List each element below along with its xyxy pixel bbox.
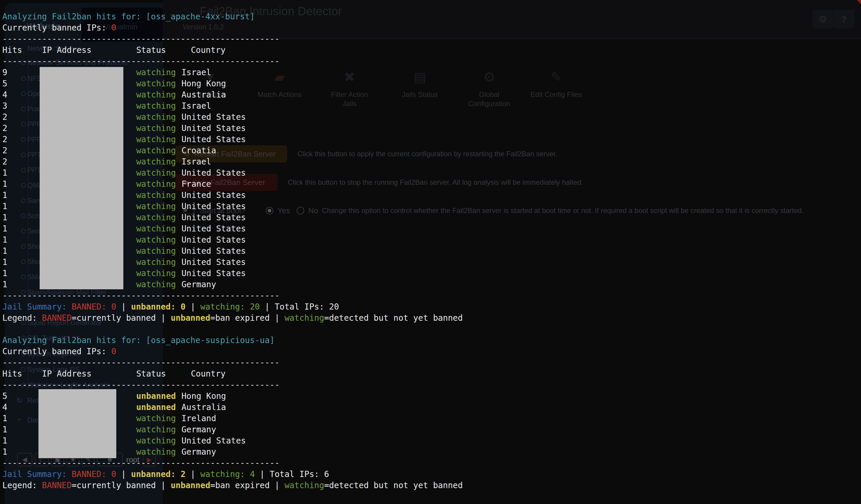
analyzing-line: Analyzing Fail2ban hits for: [oss_apache… [2,12,255,22]
summary-unbanned: unbanned: 2 [131,469,185,479]
row-hits: 1 [2,246,7,257]
legend-unbanned-desc: =ban expired | [210,313,285,323]
table-row: 1watchingUnited States [2,234,861,246]
row-status: watching [136,179,176,190]
col-header-status: Status [136,368,166,380]
terminal-line: ----------------------------------------… [2,458,861,469]
banned-count-value: 0 [111,346,116,356]
analyzing-line: Analyzing Fail2ban hits for: [oss_apache… [2,336,275,345]
legend-banned-term: BANNED [42,480,72,490]
legend-watching-desc: =detected but not yet banned [324,480,463,490]
row-hits: 2 [2,145,7,156]
row-country: Australia [181,89,226,100]
row-hits: 1 [2,279,7,290]
summary-banned: BANNED: 0 [72,469,116,479]
row-hits: 3 [2,100,7,112]
table-row: 5unbannedHong Kong [2,391,861,402]
row-status: watching [136,234,176,246]
row-hits: 5 [2,78,7,89]
row-status: watching [136,279,176,290]
terminal-line: ----------------------------------------… [2,56,861,67]
table-row: 2watchingUnited States [2,112,861,123]
summary-watching: watching: 20 [200,302,260,312]
col-header-country: Country [191,45,226,56]
summary-total: | Total IPs: 20 [260,302,339,312]
table-row: 2watchingCroatia [2,145,861,156]
row-country: United States [181,190,246,201]
terminal-line: Analyzing Fail2ban hits for: [oss_apache… [2,11,861,22]
legend-label: Legend: [2,480,42,490]
col-header-ip: IP Address [42,45,92,56]
terminal-separator: ----------------------------------------… [2,458,279,468]
row-hits: 4 [2,89,7,100]
row-country: Ireland [181,413,216,424]
row-status: watching [136,100,176,112]
summary-total: | Total IPs: 6 [255,469,329,479]
table-row: 9watchingIsrael [2,67,861,78]
table-row: 2watchingUnited States [2,123,861,134]
row-status: watching [136,78,176,89]
row-hits: 1 [2,257,7,268]
row-status: watching [136,447,176,458]
row-hits: 2 [2,134,7,145]
legend-banned-desc: =currently banned | [72,480,170,490]
row-country: France [181,179,211,190]
table-row: 2watchingUnited States [2,134,861,145]
table-row: 1watchingUnited States [2,190,861,201]
row-country: United States [181,112,246,123]
row-country: Israel [181,156,211,167]
row-country: United States [181,201,246,212]
row-status: watching [136,112,176,123]
summary-label: Jail Summary: [2,469,72,479]
row-country: United States [181,134,246,145]
summary-banned: BANNED: 0 [72,302,116,312]
table-row: 1watchingIreland [2,413,861,424]
row-country: United States [181,212,246,223]
terminal-line: Currently banned IPs: 0 [2,22,861,33]
row-hits: 2 [2,112,7,123]
col-header-ip: IP Address [42,368,92,380]
terminal-line: Legend: BANNED=currently banned | unbann… [2,313,861,324]
summary-unbanned: unbanned: 0 [131,302,185,312]
table-row: 1watchingUnited States [2,246,861,257]
summary-sep: | [116,469,131,479]
row-status: unbanned [136,402,176,413]
row-hits: 1 [2,167,7,179]
terminal-output: Analyzing Fail2ban hits for: [oss_apache… [0,0,861,504]
table-row: 2watchingIsrael [2,156,861,167]
terminal-line: ----------------------------------------… [2,290,861,301]
row-hits: 1 [2,190,7,201]
row-status: watching [136,167,176,179]
row-status: watching [136,268,176,279]
table-row: 1watchingFrance [2,179,861,190]
table-row: 1watchingGermany [2,424,861,435]
row-status: watching [136,424,176,435]
row-status: watching [136,212,176,223]
row-status: watching [136,435,176,447]
row-country: United States [181,223,246,234]
terminal-line: Jail Summary: BANNED: 0 | unbanned: 0 | … [2,301,861,313]
row-hits: 2 [2,123,7,134]
terminal-separator: ----------------------------------------… [2,56,279,66]
terminal-separator: ----------------------------------------… [2,291,279,300]
row-status: watching [136,67,176,78]
terminal-separator: ----------------------------------------… [2,34,279,44]
row-country: United States [181,123,246,134]
terminal-separator: ----------------------------------------… [2,380,279,390]
table-row: 1watchingUnited States [2,268,861,279]
row-country: United States [181,435,246,447]
col-header-hits: Hits [2,368,22,380]
table-row: 5watchingHong Kong [2,78,861,89]
summary-label: Jail Summary: [2,302,72,312]
legend-watching-term: watching [285,480,324,490]
row-hits: 1 [2,201,7,212]
banned-count-label: Currently banned IPs: [2,23,111,32]
row-status: watching [136,257,176,268]
row-hits: 4 [2,402,7,413]
row-status: watching [136,246,176,257]
table-row: 1watchingUnited States [2,212,861,223]
row-country: Hong Kong [181,78,226,89]
table-row: 1watchingGermany [2,279,861,290]
row-hits: 1 [2,223,7,234]
row-country: Germany [181,447,216,458]
